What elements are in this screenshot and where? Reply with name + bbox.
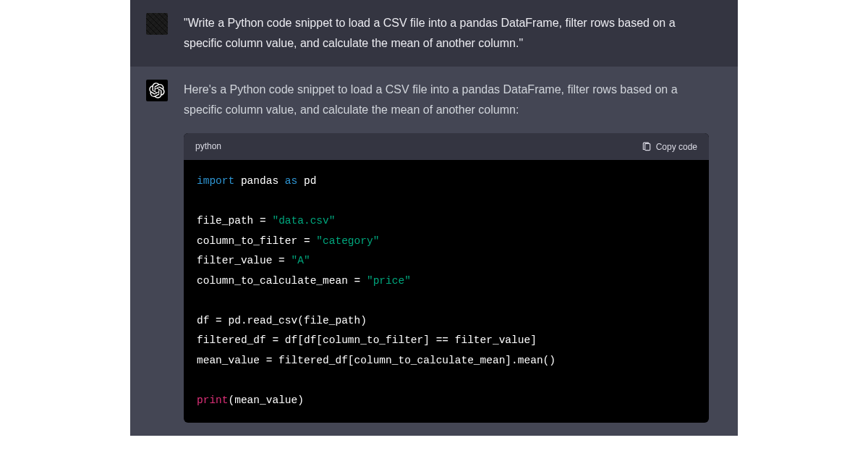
code-token: "category" [316,235,379,247]
code-token: as [285,175,297,187]
code-content[interactable]: import pandas as pd file_path = "data.cs… [184,160,709,423]
code-language-label: python [195,139,221,154]
code-token: = [297,235,316,247]
user-message-row: "Write a Python code snippet to load a C… [130,0,738,67]
code-token: "A" [292,255,310,266]
assistant-avatar [146,80,168,101]
code-token: = [272,255,291,266]
code-token: = [253,215,272,227]
code-block: python Copy code import pandas as pd fil… [184,133,709,423]
assistant-message-content: Here's a Python code snippet to load a C… [184,80,709,423]
chat-container: "Write a Python code snippet to load a C… [130,0,738,456]
code-token: "price" [367,275,411,287]
code-token: mean_value [197,355,260,366]
code-token: = [348,275,367,287]
user-message-content: "Write a Python code snippet to load a C… [184,13,709,54]
clipboard-icon [642,142,652,152]
user-avatar [146,13,168,35]
code-token: column_to_filter [197,235,297,247]
code-token: "data.csv" [272,215,335,227]
code-token: = df[df[column_to_filter] == filter_valu… [266,334,537,346]
assistant-message-row: Here's a Python code snippet to load a C… [130,67,738,436]
code-token: (mean_value) [229,394,304,406]
code-token: column_to_calculate_mean [197,275,348,287]
code-token: filtered_df [197,334,266,346]
code-header: python Copy code [184,133,709,160]
code-token: print [197,394,229,406]
copy-code-button[interactable]: Copy code [642,142,697,152]
code-token: pandas [241,175,278,187]
svg-rect-0 [644,143,650,150]
copy-code-label: Copy code [656,142,697,152]
code-token: filter_value [197,255,272,266]
user-message-text: "Write a Python code snippet to load a C… [184,17,676,49]
code-token: import [197,175,234,187]
code-token: df [197,315,209,326]
code-token: file_path [197,215,253,227]
openai-logo-icon [149,83,165,98]
code-token: pd [304,175,316,187]
assistant-intro-text: Here's a Python code snippet to load a C… [184,80,709,120]
code-token: = filtered_df[column_to_calculate_mean].… [260,355,556,366]
code-token: = pd.read_csv(file_path) [209,315,367,326]
